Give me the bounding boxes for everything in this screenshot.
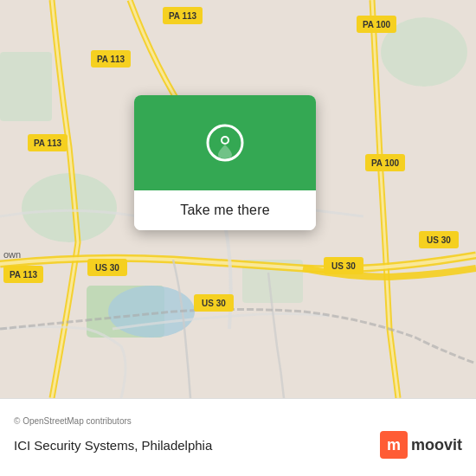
svg-text:US 30: US 30 <box>95 263 119 273</box>
attribution-text: © OpenStreetMap contributors <box>14 416 462 426</box>
location-name: ICI Security Systems, Philadelphia <box>14 438 212 453</box>
take-me-there-button[interactable]: Take me there <box>134 190 316 230</box>
svg-text:US 30: US 30 <box>202 299 226 308</box>
popup-card: Take me there <box>134 95 316 230</box>
svg-text:PA 100: PA 100 <box>371 158 400 168</box>
location-info: ICI Security Systems, Philadelphia m moo… <box>14 431 462 459</box>
svg-point-30 <box>222 138 228 143</box>
location-pin-icon <box>206 124 244 162</box>
svg-text:PA 100: PA 100 <box>363 20 391 29</box>
svg-text:own: own <box>3 249 21 260</box>
svg-text:m: m <box>387 436 401 453</box>
moovit-icon-svg: m <box>380 431 408 459</box>
popup-green-area <box>134 95 316 190</box>
svg-text:US 30: US 30 <box>427 235 451 245</box>
svg-text:PA 113: PA 113 <box>34 138 62 148</box>
moovit-logo: m moovit <box>380 431 462 459</box>
svg-text:US 30: US 30 <box>331 261 356 271</box>
svg-text:PA 113: PA 113 <box>97 55 125 64</box>
svg-point-1 <box>22 173 117 242</box>
svg-text:PA 113: PA 113 <box>10 270 38 280</box>
svg-rect-3 <box>0 52 52 121</box>
svg-text:PA 113: PA 113 <box>169 11 197 21</box>
bottom-bar: © OpenStreetMap contributors ICI Securit… <box>0 398 476 476</box>
map-container: PA 113 PA 113 PA 113 PA 113 PA 100 PA 10… <box>0 0 476 398</box>
moovit-brand-text: moovit <box>411 436 462 454</box>
